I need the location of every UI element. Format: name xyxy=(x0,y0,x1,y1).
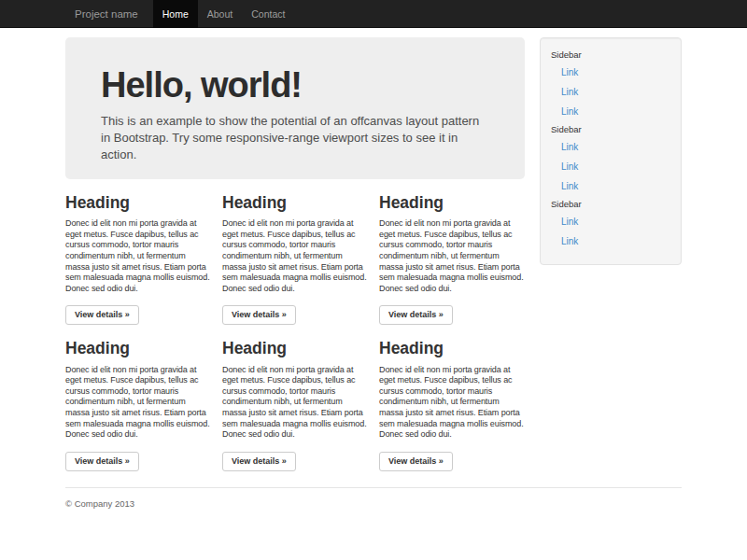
footer: © Company 2013 xyxy=(65,498,682,509)
card: Heading Donec id elit non mi porta gravi… xyxy=(222,179,368,325)
jumbotron: Hello, world! This is an example to show… xyxy=(65,37,525,179)
card-body-text: Donec id elit non mi porta gravida at eg… xyxy=(379,365,525,441)
top-navbar: Project name Home About Contact xyxy=(0,0,747,28)
view-details-button[interactable]: View details » xyxy=(379,305,453,325)
page-container: Hello, world! This is an example to show… xyxy=(65,28,682,509)
main-nav: Home About Contact xyxy=(153,0,295,28)
sidebar-column: Sidebar Link Link Link Sidebar Link Link… xyxy=(540,28,682,265)
card-heading: Heading xyxy=(65,340,211,357)
sidebar-link[interactable]: Link xyxy=(541,82,681,102)
card: Heading Donec id elit non mi porta gravi… xyxy=(65,325,211,470)
card-body-text: Donec id elit non mi porta gravida at eg… xyxy=(222,365,368,441)
view-details-button[interactable]: View details » xyxy=(379,452,453,471)
copyright-text: © Company 2013 xyxy=(65,498,682,509)
view-details-button[interactable]: View details » xyxy=(222,452,296,471)
sidebar-link[interactable]: Link xyxy=(541,176,681,196)
sidebar-link[interactable]: Link xyxy=(541,102,681,121)
brand-link[interactable]: Project name xyxy=(65,0,148,28)
card: Heading Donec id elit non mi porta gravi… xyxy=(65,179,211,325)
footer-divider xyxy=(65,487,682,488)
view-details-button[interactable]: View details » xyxy=(222,305,296,325)
view-details-button[interactable]: View details » xyxy=(65,305,139,325)
jumbotron-description: This is an example to show the potential… xyxy=(101,113,489,163)
card-body-text: Donec id elit non mi porta gravida at eg… xyxy=(222,218,368,294)
card-body-text: Donec id elit non mi porta gravida at eg… xyxy=(65,218,211,294)
sidebar: Sidebar Link Link Link Sidebar Link Link… xyxy=(540,37,682,265)
sidebar-group: Sidebar Link Link xyxy=(541,196,681,251)
card: Heading Donec id elit non mi porta gravi… xyxy=(379,179,525,325)
cards-row-2: Heading Donec id elit non mi porta gravi… xyxy=(65,325,525,470)
navbar-container: Project name Home About Contact xyxy=(65,0,682,28)
nav-item-about[interactable]: About xyxy=(198,0,242,28)
sidebar-group-title: Sidebar xyxy=(541,47,681,63)
content-column: Hello, world! This is an example to show… xyxy=(65,28,525,471)
view-details-button[interactable]: View details » xyxy=(65,452,139,471)
sidebar-group-title: Sidebar xyxy=(541,121,681,137)
sidebar-group: Sidebar Link Link Link xyxy=(541,121,681,196)
card-heading: Heading xyxy=(222,194,368,212)
card-body-text: Donec id elit non mi porta gravida at eg… xyxy=(379,218,525,294)
sidebar-link[interactable]: Link xyxy=(541,212,681,231)
cards-row-1: Heading Donec id elit non mi porta gravi… xyxy=(65,179,525,325)
sidebar-link[interactable]: Link xyxy=(541,157,681,176)
sidebar-link[interactable]: Link xyxy=(541,63,681,82)
card-heading: Heading xyxy=(379,194,525,212)
card: Heading Donec id elit non mi porta gravi… xyxy=(379,325,525,470)
sidebar-link[interactable]: Link xyxy=(541,231,681,251)
sidebar-group: Sidebar Link Link Link xyxy=(541,47,681,121)
card-body-text: Donec id elit non mi porta gravida at eg… xyxy=(65,365,211,441)
card-heading: Heading xyxy=(222,340,368,357)
sidebar-link[interactable]: Link xyxy=(541,137,681,157)
card-heading: Heading xyxy=(65,194,211,212)
page-title: Hello, world! xyxy=(101,67,489,103)
card-heading: Heading xyxy=(379,340,525,357)
sidebar-group-title: Sidebar xyxy=(541,196,681,212)
nav-item-contact[interactable]: Contact xyxy=(242,0,294,28)
nav-item-home[interactable]: Home xyxy=(153,0,198,28)
card: Heading Donec id elit non mi porta gravi… xyxy=(222,325,368,470)
